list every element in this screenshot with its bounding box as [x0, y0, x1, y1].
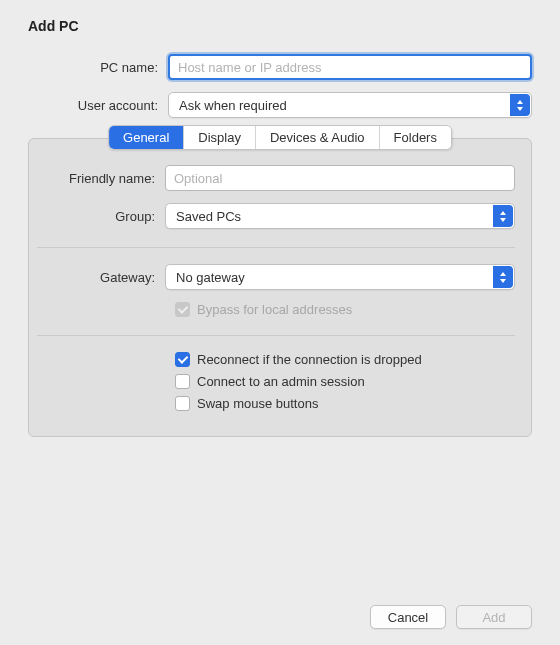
tab-display[interactable]: Display — [184, 126, 256, 149]
gateway-select[interactable]: No gateway — [165, 264, 515, 290]
friendly-name-input[interactable] — [165, 165, 515, 191]
tab-folders[interactable]: Folders — [380, 126, 451, 149]
admin-label: Connect to an admin session — [197, 374, 365, 389]
user-account-value: Ask when required — [179, 98, 287, 113]
group-select[interactable]: Saved PCs — [165, 203, 515, 229]
pc-name-input[interactable] — [168, 54, 532, 80]
updown-icon — [493, 266, 513, 288]
admin-checkbox[interactable] — [175, 374, 190, 389]
divider — [37, 247, 515, 248]
user-account-label: User account: — [28, 98, 168, 113]
user-account-select[interactable]: Ask when required — [168, 92, 532, 118]
cancel-button[interactable]: Cancel — [370, 605, 446, 629]
add-button[interactable]: Add — [456, 605, 532, 629]
updown-icon — [510, 94, 530, 116]
bypass-checkbox — [175, 302, 190, 317]
tab-devices-audio[interactable]: Devices & Audio — [256, 126, 380, 149]
tab-general[interactable]: General — [109, 126, 184, 149]
bypass-label: Bypass for local addresses — [197, 302, 352, 317]
gateway-label: Gateway: — [37, 270, 165, 285]
updown-icon — [493, 205, 513, 227]
reconnect-label: Reconnect if the connection is dropped — [197, 352, 422, 367]
group-value: Saved PCs — [176, 209, 241, 224]
dialog-title: Add PC — [28, 18, 532, 34]
swap-label: Swap mouse buttons — [197, 396, 318, 411]
gateway-value: No gateway — [176, 270, 245, 285]
group-label: Group: — [37, 209, 165, 224]
settings-tabs: General Display Devices & Audio Folders — [108, 125, 452, 150]
friendly-name-label: Friendly name: — [37, 171, 165, 186]
pc-name-label: PC name: — [28, 60, 168, 75]
swap-checkbox[interactable] — [175, 396, 190, 411]
divider — [37, 335, 515, 336]
reconnect-checkbox[interactable] — [175, 352, 190, 367]
